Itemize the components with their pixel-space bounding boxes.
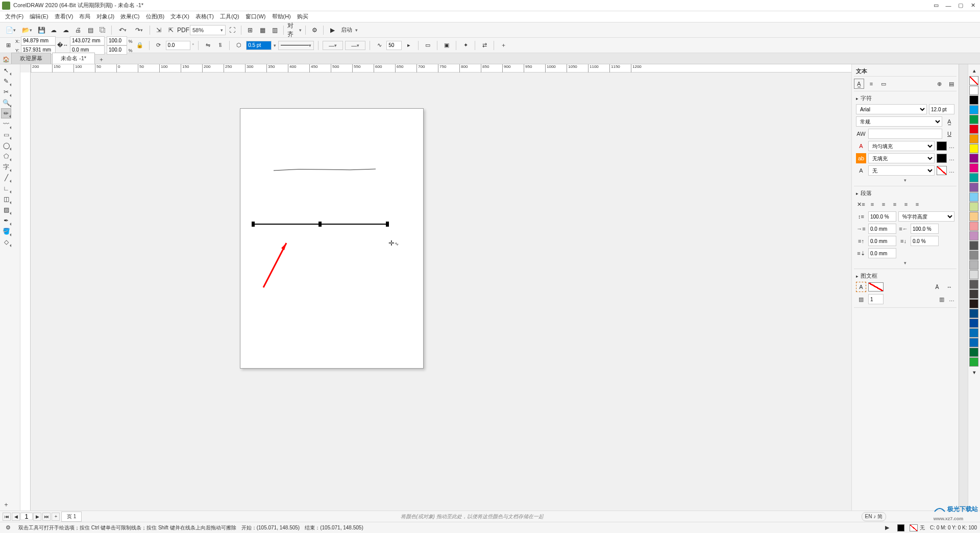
launch-play-icon[interactable]: ▶: [327, 25, 338, 36]
align-none-button[interactable]: ✕≡: [856, 199, 866, 209]
fullscreen-button[interactable]: ⛶: [227, 25, 238, 36]
maximize-button[interactable]: ▢: [955, 2, 966, 10]
smoothing-slider-button[interactable]: ▸: [404, 40, 414, 51]
frame-width-icon[interactable]: ↔: [944, 282, 954, 292]
cloud-up-button[interactable]: ☁: [60, 25, 71, 36]
publish-pdf-button[interactable]: PDF: [178, 25, 189, 36]
launch-label[interactable]: 启动: [339, 26, 354, 34]
width-input[interactable]: [70, 36, 105, 45]
pick-tool[interactable]: ↖: [1, 65, 11, 76]
palette-swatch[interactable]: [969, 231, 978, 240]
section-paragraph[interactable]: 段落: [854, 188, 957, 198]
palette-up-button[interactable]: ▴: [969, 65, 979, 76]
columns-input[interactable]: [868, 294, 884, 304]
home-tab-button[interactable]: 🏠: [1, 55, 11, 64]
menu-view[interactable]: 查看(V): [52, 12, 77, 21]
font-combo[interactable]: Arial: [856, 104, 927, 114]
frame-align-icon[interactable]: Ā: [932, 282, 942, 292]
menu-table[interactable]: 表格(T): [192, 12, 217, 21]
docker-tab-para-icon[interactable]: ≡: [866, 79, 876, 89]
before-space-input[interactable]: [868, 236, 896, 246]
fill-more-button[interactable]: …: [949, 143, 954, 149]
export-button[interactable]: ⇱: [165, 25, 177, 36]
scale-y-input[interactable]: [107, 45, 127, 55]
status-gear-icon[interactable]: ⚙: [3, 523, 13, 533]
tab-document[interactable]: 未命名 -1*: [52, 53, 95, 64]
align-center-button[interactable]: ≡: [878, 199, 889, 209]
palette-swatch[interactable]: [969, 241, 978, 250]
end-arrow-combo[interactable]: —▾: [345, 41, 365, 50]
zoom-combo[interactable]: 58%▾: [190, 25, 226, 35]
page-canvas[interactable]: ✛∿: [240, 108, 424, 369]
menu-tool[interactable]: 工具(Q): [217, 12, 242, 21]
toolbox-customize-button[interactable]: ＋: [1, 499, 11, 510]
pos-x-input[interactable]: [21, 36, 56, 45]
guides-button[interactable]: ▥: [269, 25, 280, 36]
underline-style-button[interactable]: U: [944, 129, 954, 139]
align-button[interactable]: 对齐▾: [287, 25, 302, 36]
bounding-box-button[interactable]: ▭: [423, 40, 433, 51]
menu-layout[interactable]: 布局: [76, 12, 93, 21]
frame-fill-swatch[interactable]: [868, 282, 884, 292]
crop-tool[interactable]: ✂: [1, 87, 11, 97]
status-fill-swatch[interactable]: [897, 524, 904, 531]
after-mm-input[interactable]: [868, 248, 896, 258]
language-indicator[interactable]: EN ♪ 简: [862, 512, 886, 521]
grid-button[interactable]: ▦: [257, 25, 268, 36]
ruler-horizontal[interactable]: 2001501005005010015020025030035040045050…: [31, 64, 851, 72]
palette-swatch[interactable]: [969, 222, 978, 231]
char-expand-button[interactable]: ▾: [854, 177, 957, 184]
docker-style-icon[interactable]: ▤: [946, 79, 957, 89]
freehand-tool[interactable]: ✏: [1, 108, 11, 118]
align-full-button[interactable]: ≡: [912, 199, 922, 209]
palette-swatch[interactable]: [969, 115, 978, 124]
palette-swatch[interactable]: [969, 348, 978, 357]
selection-handle-mid[interactable]: [318, 222, 322, 227]
transparency-tool[interactable]: ▨: [1, 205, 11, 215]
drawn-curve-1[interactable]: [274, 167, 376, 173]
menu-effect[interactable]: 效果(C): [117, 12, 142, 21]
align-right-button[interactable]: ≡: [890, 199, 900, 209]
palette-swatch[interactable]: [969, 192, 978, 202]
palette-swatch[interactable]: [969, 173, 978, 182]
menu-bitmap[interactable]: 位图(B): [143, 12, 168, 21]
scale-x-input[interactable]: [107, 36, 127, 45]
fill-color-swatch[interactable]: [937, 141, 947, 151]
palette-swatch[interactable]: [969, 144, 978, 153]
page-next-button[interactable]: ▶: [33, 513, 41, 521]
mirror-h-button[interactable]: ⇋: [203, 40, 213, 51]
close-button[interactable]: ✕: [968, 2, 978, 10]
palette-swatch[interactable]: [969, 299, 978, 308]
print-button[interactable]: 🖨: [72, 25, 84, 36]
palette-swatch[interactable]: [969, 328, 978, 337]
page-first-button[interactable]: ⏮: [3, 513, 11, 521]
font-style-combo[interactable]: 常规: [856, 116, 942, 127]
window-options-icon[interactable]: ▭: [931, 2, 941, 10]
collapsed-docker-tab[interactable]: [959, 64, 968, 511]
para-expand-button[interactable]: ▾: [854, 259, 957, 266]
outline-width-input[interactable]: [246, 41, 272, 50]
line-spacing-unit-combo[interactable]: %字符高度: [898, 211, 954, 222]
mirror-v-button[interactable]: ⥮: [215, 40, 225, 51]
outline-color-swatch[interactable]: [937, 166, 947, 175]
palette-swatch[interactable]: [969, 270, 978, 279]
outline-tool[interactable]: ◇: [1, 237, 11, 247]
pdf-button[interactable]: ▤: [85, 25, 96, 36]
palette-swatch[interactable]: [969, 105, 978, 114]
section-frame[interactable]: 图文框: [854, 271, 957, 281]
undo-button[interactable]: ↶▾: [115, 25, 130, 36]
palette-swatch[interactable]: [969, 95, 978, 105]
menu-window[interactable]: 窗口(W): [242, 12, 269, 21]
palette-swatch[interactable]: [969, 183, 978, 192]
palette-down-button[interactable]: ▾: [969, 367, 979, 377]
page-number-input[interactable]: [20, 513, 33, 520]
smart-draw-tool[interactable]: 〰: [1, 119, 11, 129]
menu-buy[interactable]: 购买: [294, 12, 311, 21]
copy-button[interactable]: ⿻: [97, 25, 108, 36]
import-button[interactable]: ⇲: [153, 25, 164, 36]
docker-tab-char-icon[interactable]: A̲: [854, 79, 864, 89]
palette-swatch[interactable]: [969, 134, 978, 143]
minimize-button[interactable]: —: [943, 2, 953, 10]
add-button[interactable]: ＋: [498, 40, 508, 51]
palette-swatch[interactable]: [969, 319, 978, 328]
